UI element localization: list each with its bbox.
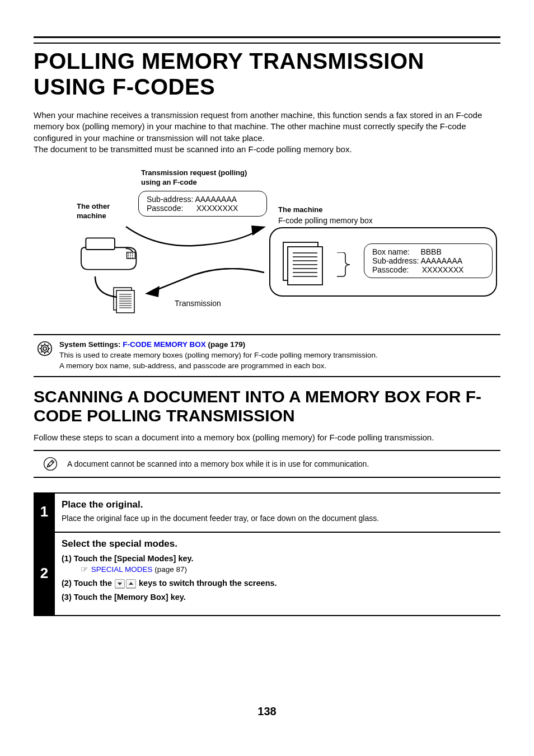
machine-subtitle: F-code polling memory box (278, 215, 373, 226)
section2-intro: Follow these steps to scan a document in… (34, 433, 500, 442)
request-code-box: Sub-address: AAAAAAAA Passcode: XXXXXXXX (138, 191, 267, 217)
svg-marker-31 (145, 286, 160, 297)
svg-line-36 (48, 464, 50, 466)
note-text: A document cannot be scanned into a memo… (67, 459, 369, 468)
settings-line2: A memory box name, sub-address, and pass… (59, 361, 378, 372)
arrow-up-key-icon (126, 579, 136, 588)
box-info: Box name: BBBB Sub-address: AAAAAAAA Pas… (364, 243, 493, 278)
section2-title: SCANNING A DOCUMENT INTO A MEMORY BOX FO… (34, 387, 500, 426)
settings-line1: This is used to create memory boxes (pol… (59, 350, 378, 361)
bracket-icon (334, 252, 362, 278)
svg-point-34 (41, 345, 48, 352)
svg-point-7 (132, 255, 133, 256)
svg-point-33 (43, 347, 46, 350)
special-modes-link[interactable]: SPECIAL MODES (91, 565, 153, 574)
branch-line (93, 275, 124, 306)
step-2-number: 2 (34, 532, 55, 615)
transmission-label: Transmission (175, 298, 221, 309)
system-settings-box: System Settings: F-CODE MEMORY BOX (page… (34, 334, 500, 377)
double-rule-top (34, 36, 500, 44)
svg-point-35 (44, 457, 57, 470)
step-2-sub3: (3) Touch the [Memory Box] key. (62, 593, 500, 602)
doc-large-icon (283, 242, 327, 287)
arrow-transmission (144, 268, 270, 302)
machine-title: The machine (278, 205, 322, 215)
settings-heading-post: (page 179) (206, 340, 246, 349)
step-2-sub2: (2) Touch the keys to switch through the… (62, 579, 500, 588)
svg-point-3 (130, 253, 131, 255)
steps-container: 1 Place the original. Place the original… (34, 492, 500, 616)
main-title: POLLING MEMORY TRANSMISSION USING F-CODE… (34, 48, 500, 100)
svg-rect-0 (86, 238, 115, 250)
note-box: A document cannot be scanned into a memo… (34, 450, 500, 478)
arrow-request (121, 222, 267, 247)
settings-heading-pre: System Settings: (59, 340, 123, 349)
svg-point-6 (130, 255, 131, 256)
step-1-number: 1 (34, 492, 55, 532)
pointing-hand-icon: ☞ (81, 564, 88, 574)
svg-point-2 (128, 253, 129, 255)
page-number: 138 (0, 705, 534, 718)
pencil-note-icon (43, 457, 58, 471)
svg-point-9 (130, 257, 131, 259)
svg-point-5 (128, 255, 129, 256)
gear-icon (37, 341, 53, 356)
step-2-title: Select the special modes. (62, 538, 500, 550)
step2-s1-post: (page 87) (153, 565, 188, 574)
svg-rect-22 (288, 247, 322, 285)
intro-paragraph: When your machine receives a transmissio… (34, 110, 500, 155)
svg-line-37 (51, 461, 53, 463)
svg-point-8 (128, 257, 129, 259)
request-title: Transmission request (polling) using an … (141, 168, 275, 187)
settings-text: System Settings: F-CODE MEMORY BOX (page… (59, 340, 378, 372)
step-1: 1 Place the original. Place the original… (34, 492, 500, 532)
svg-point-4 (132, 253, 133, 255)
svg-point-10 (132, 257, 133, 259)
polling-diagram: Transmission request (polling) using an … (60, 168, 474, 320)
step-2-sub1: (1) Touch the [Special Modes] key. ☞ SPE… (62, 554, 500, 574)
step-2: 2 Select the special modes. (1) Touch th… (34, 532, 500, 615)
arrow-down-key-icon (115, 579, 125, 588)
fcode-memory-box-link[interactable]: F-CODE MEMORY BOX (123, 340, 206, 349)
step-1-title: Place the original. (62, 499, 500, 510)
svg-marker-30 (251, 226, 266, 236)
other-machine-label: The other machine (77, 202, 110, 221)
step-1-desc: Place the original face up in the docume… (62, 514, 500, 523)
